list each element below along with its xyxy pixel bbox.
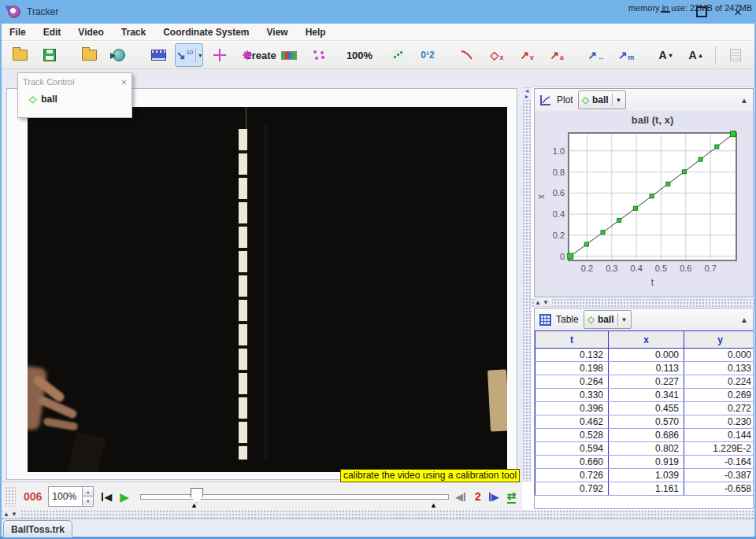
video-frame[interactable] [28,107,507,472]
menu-video[interactable]: Video [78,27,103,38]
table-cell: 0.570 [609,415,684,429]
out-marker-icon[interactable]: ▲ [430,502,437,509]
main-video-view [2,87,522,482]
menu-edit[interactable]: Edit [43,27,61,38]
tape-measure-button[interactable] [276,44,302,66]
table-row[interactable]: 0.5280.6860.144 [536,429,754,442]
menu-help[interactable]: Help [306,27,326,38]
plot-track-combo[interactable]: ◇ ball ▼ [578,90,626,109]
play-button[interactable]: ▶ [120,491,129,503]
reset-button[interactable]: ◀ [102,492,112,502]
table-cell: 0.227 [609,375,684,389]
table-collapse-button[interactable]: ▲ [740,316,748,324]
in-marker-icon[interactable]: ▲ [191,502,198,509]
trace-button[interactable] [454,44,480,66]
save-button[interactable] [36,44,63,66]
right-panel-splitter[interactable] [532,298,754,307]
menu-coordinate-system[interactable]: Coordinate System [163,27,249,38]
rate-spinner[interactable]: 100% ▴ ▾ [48,486,94,507]
table-cell: 0.455 [609,402,684,415]
column-header-t[interactable]: t [536,331,609,349]
svg-text:0.4: 0.4 [630,264,642,273]
tape-measure-icon [281,51,297,60]
bottom-splitter-arrows[interactable]: ▲▼ [3,511,20,518]
svg-text:0.2: 0.2 [581,264,593,273]
table-row[interactable]: 0.1320.0000.000 [536,349,754,362]
step-size[interactable]: 2 [475,490,481,503]
plot-view-label: Plot [557,94,573,105]
clip-settings-button[interactable] [145,44,172,66]
table-cell: 0.272 [684,402,754,415]
table-row[interactable]: 0.1980.1130.133 [536,362,754,375]
drawer-toggle-icon[interactable]: ▼ [3,3,13,13]
vertical-splitter[interactable] [522,87,532,482]
table-row[interactable]: 0.3960.4550.272 [536,402,754,415]
chevron-down-icon: ▼ [612,94,622,106]
slider-track[interactable] [140,494,449,500]
plot-area[interactable]: ball (t, x)0.20.30.40.50.60.700.20.40.60… [535,111,753,297]
loop-button[interactable]: ⇄ [507,489,517,504]
track-name: ball [41,94,57,105]
table-row[interactable]: 0.7261.039-0.387 [536,469,754,482]
velocity-arrow-icon: ↗ [520,50,529,61]
frame-number: 006 [24,490,42,503]
axes-button[interactable] [206,44,233,66]
table-cell: 0.726 [536,469,609,482]
font-bigger-button[interactable]: A▴ [682,44,709,66]
table-row[interactable]: 0.3300.3410.269 [536,389,754,402]
menu-track[interactable]: Track [121,27,146,38]
table-cell: 0.133 [684,362,754,375]
table-track-combo[interactable]: ◇ ball ▼ [584,310,632,329]
step-forward-button[interactable]: ▶ [489,492,499,502]
table-view: Table ◇ ball ▼ ▲ t x y 0.1320.0000.0000.… [534,308,754,509]
track-control-close-icon[interactable]: × [120,76,127,88]
table-row[interactable]: 0.2640.2270.224 [536,375,754,389]
menu-file[interactable]: File [9,27,26,38]
create-button[interactable]: Create [246,44,272,66]
notes-button[interactable] [722,44,749,66]
zoom-button[interactable]: 100% [345,44,372,66]
background-pole [264,123,269,461]
momentum-button[interactable]: ↗ m [613,44,639,66]
frame-slider[interactable]: ▲ ▲ [140,486,447,507]
plot-svg: ball (t, x)0.20.30.40.50.60.700.20.40.60… [535,111,753,297]
player-drag-handle[interactable] [5,486,16,507]
step-back-button[interactable]: ◀ [455,492,465,502]
accelerations-button[interactable]: ↗ a [543,44,570,66]
plot-collapse-button[interactable]: ▲ [740,96,748,105]
velocities-button[interactable]: ↗ v [513,44,540,66]
table-row[interactable]: 0.7921.161-0.658 [536,482,754,496]
rate-down-button[interactable]: ▾ [83,496,93,505]
chevron-down-icon: ▼ [617,313,628,326]
table-cell: 0.802 [609,442,684,456]
table-row[interactable]: 0.5940.8021.229E-2 [536,442,754,456]
desktop-button[interactable] [752,44,756,66]
right-panel-splitter-arrows[interactable]: ▲▼ [535,299,552,306]
table-row[interactable]: 0.6600.919-0.164 [536,456,754,469]
open-button[interactable] [6,44,33,66]
trails-button[interactable] [384,44,411,66]
track-item-ball[interactable]: ◇ ball [18,90,132,105]
import-button[interactable] [106,44,132,66]
positions-button[interactable]: ◇ x [484,44,510,66]
table-cell: 0.000 [609,349,684,362]
track-select-button[interactable]: ↘ 10 ▾ [175,43,203,67]
rate-up-button[interactable]: ▴ [83,487,93,496]
font-letter: A [688,49,696,61]
svg-text:0.2: 0.2 [553,231,565,240]
bottom-splitter[interactable] [2,510,754,519]
rate-value[interactable]: 100% [49,487,82,506]
column-header-y[interactable]: y [684,331,754,349]
tab-balltoss[interactable]: BallToss.trk [3,520,72,537]
calibration-points-button[interactable] [306,44,332,66]
open-library-button[interactable] [76,44,102,66]
column-header-x[interactable]: x [609,331,684,349]
font-smaller-button[interactable]: A▾ [652,44,679,66]
svg-text:x: x [536,194,547,199]
save-icon [43,49,56,61]
table-row[interactable]: 0.4620.5700.230 [536,415,754,429]
menu-view[interactable]: View [267,27,288,38]
step-numbers-button[interactable]: 0¹2 [414,44,441,66]
vertical-splitter-arrows[interactable]: ◄ ► [523,88,531,99]
vectors-button[interactable]: ↗ ↔ [583,44,610,66]
